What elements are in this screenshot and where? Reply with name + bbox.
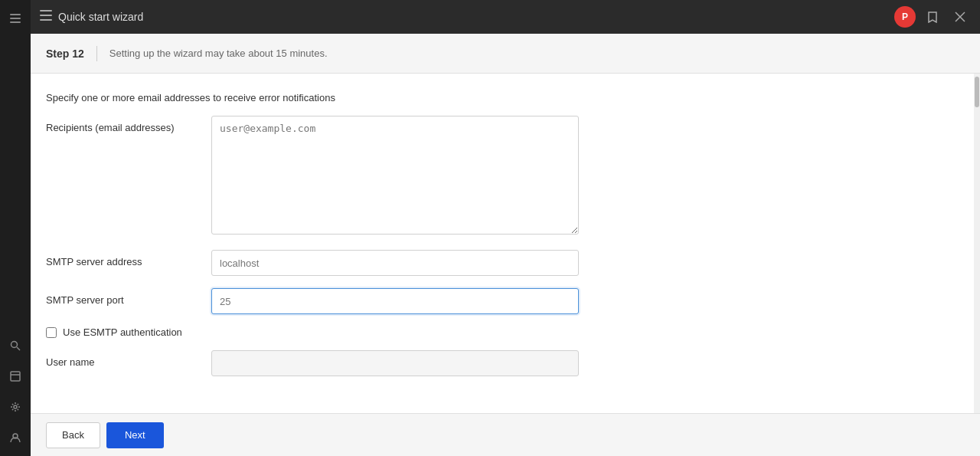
smtp-address-input[interactable] <box>211 250 579 276</box>
smtp-port-input[interactable] <box>211 288 579 314</box>
step-description: Setting up the wizard may take about 15 … <box>109 48 328 59</box>
step-label: Step 12 <box>46 48 84 60</box>
smtp-address-field <box>211 250 579 276</box>
smtp-port-field <box>211 288 579 314</box>
sidebar-settings-icon[interactable] <box>3 395 28 419</box>
smtp-port-label: SMTP server port <box>46 288 199 306</box>
username-label: User name <box>46 350 199 368</box>
svg-rect-1 <box>10 18 21 19</box>
smtp-port-row: SMTP server port <box>46 288 965 314</box>
sidebar-user-icon[interactable] <box>3 425 28 450</box>
recipients-label: Recipients (email addresses) <box>46 116 199 133</box>
svg-rect-2 <box>10 21 21 23</box>
esmtp-checkbox[interactable] <box>46 327 57 338</box>
svg-rect-10 <box>40 15 52 16</box>
svg-rect-0 <box>10 14 21 15</box>
svg-line-4 <box>17 347 20 350</box>
main-container: Quick start wizard P Step 12 Setting up … <box>31 0 980 456</box>
bookmark-icon[interactable] <box>922 6 943 28</box>
esmtp-row: Use ESMTP authentication <box>46 326 965 338</box>
username-row: User name <box>46 350 965 376</box>
topbar-title: Quick start wizard <box>58 11 888 23</box>
sidebar-search-icon[interactable] <box>3 333 28 358</box>
smtp-address-label: SMTP server address <box>46 250 199 267</box>
svg-rect-11 <box>40 19 52 21</box>
svg-rect-9 <box>40 10 52 11</box>
wizard-panel: Step 12 Setting up the wizard may take a… <box>31 34 980 456</box>
topbar-menu-icon[interactable] <box>40 10 52 24</box>
next-button[interactable]: Next <box>106 422 164 448</box>
form-content: Specify one or more email addresses to r… <box>31 74 980 413</box>
topbar: Quick start wizard P <box>31 0 980 34</box>
bottom-bar: Back Next <box>31 413 980 456</box>
recipients-field <box>211 116 579 238</box>
sidebar <box>0 0 31 456</box>
topbar-actions: P <box>894 6 971 28</box>
username-input[interactable] <box>211 350 579 376</box>
close-icon[interactable] <box>949 6 971 28</box>
scroll-thumb <box>975 77 979 107</box>
sidebar-menu-icon[interactable] <box>3 6 28 31</box>
back-button[interactable]: Back <box>46 422 100 448</box>
section-title: Specify one or more email addresses to r… <box>46 92 965 103</box>
sidebar-package-icon[interactable] <box>3 364 28 389</box>
recipients-row: Recipients (email addresses) <box>46 116 965 238</box>
svg-rect-5 <box>11 372 20 381</box>
esmtp-label: Use ESMTP authentication <box>63 326 182 338</box>
scroll-bar[interactable] <box>974 74 980 413</box>
recipients-textarea[interactable] <box>211 116 579 235</box>
username-field <box>211 350 579 376</box>
step-divider <box>96 46 97 61</box>
step-header: Step 12 Setting up the wizard may take a… <box>31 34 980 74</box>
svg-point-7 <box>14 405 17 408</box>
svg-point-3 <box>11 342 18 348</box>
smtp-address-row: SMTP server address <box>46 250 965 276</box>
user-avatar[interactable]: P <box>894 6 916 28</box>
